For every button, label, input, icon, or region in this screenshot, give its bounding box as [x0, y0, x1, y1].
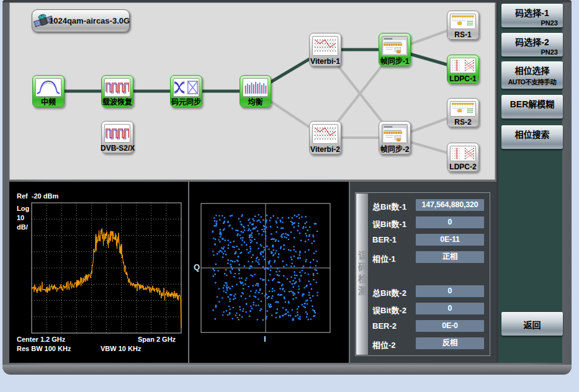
spectrum-rbw: Res BW 100 KHz: [17, 345, 71, 352]
node-symsync-icon: [173, 78, 199, 97]
node-ldpc1[interactable]: LDPC-1: [447, 55, 479, 84]
node-symsync[interactable]: 码元同步: [170, 75, 202, 107]
node-carrier-icon: [104, 78, 130, 97]
node-rs2-label: RS-2: [446, 118, 480, 127]
node-rs1-label: RS-1: [446, 30, 480, 39]
sidebar-button-3-label: BER解模糊: [501, 95, 563, 110]
node-ldpc2[interactable]: LDPC-2: [447, 143, 479, 172]
sidebar-button-0[interactable]: 码选择-1PN23: [501, 4, 563, 27]
node-fs1-label: 帧同步-1: [378, 55, 411, 66]
back-button[interactable]: 返回: [501, 312, 563, 336]
node-eq-icon: [243, 78, 268, 97]
node-carrier[interactable]: 载波恢复: [101, 75, 133, 107]
node-if-icon: [35, 78, 61, 97]
error-detection-side-bar: 误码检测: [356, 194, 368, 355]
constellation-plot: [189, 182, 349, 363]
stat-value-2: 0E-11: [416, 234, 484, 246]
signal-title-button[interactable]: 1024qam-aircas-3.0G: [32, 9, 130, 32]
application-window: 1024qam-aircas-3.0G 中频载波恢复码元同步均衡DVB-S2/X…: [0, 0, 579, 392]
stat-value-0: 147,564,880,320: [416, 199, 484, 211]
sidebar-button-4[interactable]: 相位搜索: [501, 125, 563, 149]
stat-label-4: 总Bit数-2: [372, 287, 416, 298]
stat-value-3: 正相: [416, 251, 484, 263]
stat-label-6: BER-2: [372, 321, 416, 331]
stat-value-1: 0: [416, 216, 484, 228]
stat-label-7: 相位-2: [372, 339, 416, 350]
spectrum-vbw: VBW 10 KHz: [101, 345, 141, 352]
node-vit2-icon: [312, 124, 338, 144]
stat-label-1: 误Bit数-1: [372, 218, 416, 229]
constellation-q-axis-label: Q: [194, 262, 200, 272]
node-carrier-label: 载波恢复: [101, 96, 134, 107]
sidebar-button-1-sub: PN23: [501, 48, 563, 56]
node-fs2-label: 帧同步-2: [378, 143, 411, 154]
sidebar-button-0-sub: PN23: [501, 19, 563, 27]
sidebar-button-2-label: 相位选择: [501, 61, 563, 76]
node-rs1-icon: [450, 14, 476, 29]
node-fs2[interactable]: 帧同步-2: [379, 121, 411, 154]
stat-value-7: 反相: [416, 337, 484, 349]
stat-label-5: 误Bit数-2: [372, 304, 416, 316]
node-eq-label: 均衡: [239, 96, 272, 107]
sidebar-button-1[interactable]: 码选择-2PN23: [501, 33, 563, 56]
stat-label-3: 相位-1: [372, 252, 416, 264]
node-dvb-label: DVB-S2/X: [101, 144, 134, 153]
stat-label-2: BER-1: [372, 235, 416, 244]
node-fs2-icon: [382, 124, 408, 144]
node-ldpc2-label: LDPC-2: [446, 163, 480, 171]
spectrum-analyzer-panel: Ref -20 dBm Log 10 dB/ Center 1.2 GHz Sp…: [9, 182, 188, 363]
main-frame: 1024qam-aircas-3.0G 中频载波恢复码元同步均衡DVB-S2/X…: [2, 0, 572, 375]
node-vit2-label: Viterbi-2: [308, 145, 342, 154]
ber-statistics-panel: 误码检测 总Bit数-1147,564,880,320误Bit数-10BER-1…: [350, 182, 496, 363]
node-if[interactable]: 中频: [32, 75, 65, 107]
sidebar-button-2-sub: AUTO不支持手动: [501, 76, 563, 86]
error-detection-label: 误码检测: [356, 251, 369, 298]
stat-value-4: 0: [416, 285, 484, 297]
node-ldpc2-icon: [450, 146, 476, 161]
sidebar-button-4-label: 相位搜索: [501, 125, 563, 140]
sidebar-button-2[interactable]: 相位选择AUTO不支持手动: [501, 61, 563, 89]
node-rs2-icon: [450, 101, 476, 117]
constellation-panel: Q I: [189, 182, 349, 363]
control-sidebar: 码选择-1PN23码选择-2PN23相位选择AUTO不支持手动BER解模糊相位搜…: [496, 2, 562, 363]
sidebar-button-1-label: 码选择-2: [501, 33, 563, 48]
node-symsync-label: 码元同步: [169, 96, 203, 107]
spectrum-scale-value: 10: [17, 214, 24, 221]
node-ldpc1-icon: [450, 58, 476, 73]
constellation-i-axis-label: I: [264, 334, 266, 344]
node-fs1-icon: [382, 36, 408, 56]
node-vit1-icon: [312, 36, 338, 56]
node-rs1[interactable]: RS-1: [447, 11, 479, 40]
node-rs2[interactable]: RS-2: [447, 98, 479, 127]
spectrum-span: Span 2 GHz: [138, 336, 176, 343]
node-ldpc1-label: LDPC-1: [446, 74, 480, 83]
spectrum-scale-label: Log: [17, 205, 29, 212]
signal-chain-diagram-panel: 1024qam-aircas-3.0G 中频载波恢复码元同步均衡DVB-S2/X…: [9, 2, 495, 180]
node-eq[interactable]: 均衡: [240, 75, 271, 107]
signal-title-label: 1024qam-aircas-3.0G: [49, 16, 130, 25]
sidebar-button-3[interactable]: BER解模糊: [501, 95, 563, 118]
back-button-label: 返回: [501, 312, 563, 331]
node-vit2[interactable]: Viterbi-2: [309, 121, 341, 154]
node-if-label: 中频: [32, 96, 65, 107]
spectrum-scale-unit: dB/: [17, 223, 28, 231]
spectrum-center-freq: Center 1.2 GHz: [17, 336, 65, 343]
node-dvb[interactable]: DVB-S2/X: [101, 121, 133, 153]
spectrum-ref-level: Ref -20 dBm: [17, 192, 58, 200]
stat-label-0: 总Bit数-1: [372, 200, 416, 212]
stat-value-6: 0E-0: [416, 320, 484, 332]
stat-value-5: 0: [416, 303, 484, 314]
sidebar-button-0-label: 码选择-1: [501, 4, 563, 19]
node-dvb-icon: [104, 124, 130, 143]
node-vit1[interactable]: Viterbi-1: [309, 33, 341, 66]
node-fs1[interactable]: 帧同步-1: [379, 33, 411, 66]
node-vit1-label: Viterbi-1: [308, 57, 342, 66]
